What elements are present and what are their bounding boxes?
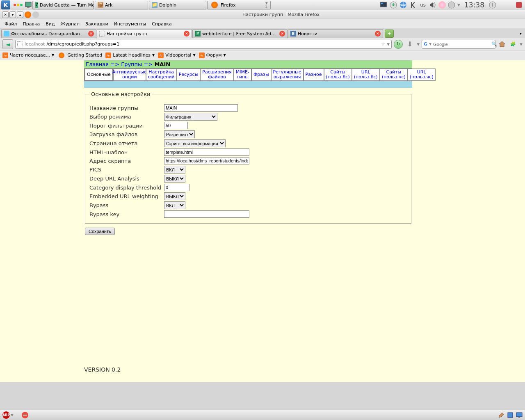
menu-bookmarks[interactable]: Закладки [83,21,111,27]
page-tabs: Основные Антивирусные опции Настройка со… [84,68,412,81]
input-group-name[interactable] [164,104,238,112]
taskbar-app[interactable]: Firefox▼2 [207,1,271,9]
page-tab[interactable]: Фразы [251,68,271,81]
save-button[interactable]: Сохранить [85,228,115,235]
menu-file[interactable]: Файл [2,21,19,27]
expand-tray[interactable]: ▼ [457,3,460,7]
select-deepurl[interactable]: ВЫКЛ [164,175,185,183]
minimize-window-button[interactable]: ▾ [9,11,16,18]
select-download[interactable]: Разрешить [164,130,195,138]
google-icon[interactable]: G [424,41,427,47]
info-icon[interactable]: i [488,1,497,9]
addon-icon[interactable]: 🧩 [509,40,518,49]
volume-icon[interactable] [429,1,437,9]
reload-button[interactable]: ↻ [394,40,403,49]
svg-rect-3 [381,3,383,4]
menu-help[interactable]: Справка [149,21,174,27]
bookmark-label: Getting Started [67,52,102,58]
monitor-icon[interactable] [516,412,523,418]
page-tab[interactable]: Сайты (польз.бс) [324,68,352,81]
taskbar-app[interactable]: 📁Dolphin [149,1,206,9]
bookmark-item[interactable]: ∿Часто посещае...▼ [2,52,54,58]
url-bar[interactable]: localhost/dms/cgroup/edit.php?groups=1 ☆… [15,40,392,49]
bookmark-item[interactable]: ∿Latest Headlines▼ [105,52,155,58]
back-button[interactable]: ◄ [2,39,13,49]
notification-icon[interactable] [515,1,523,9]
abp-dropdown[interactable]: ▼ [11,413,14,417]
clipboard-icon[interactable] [409,1,417,9]
page-tab[interactable]: URL (польз.чс) [408,68,436,81]
tab-close-button[interactable]: ✕ [279,31,285,37]
activity-indicator[interactable] [14,4,23,6]
select-bypass[interactable]: ВКЛ [164,201,185,209]
weather-icon[interactable] [438,1,446,9]
page-viewport[interactable]: Главная => Группы => MAIN Основные Антив… [0,60,525,382]
breadcrumb-groups[interactable]: Группы [121,61,142,67]
page-tab[interactable]: Сайты (польз.чс) [380,68,408,81]
menu-view[interactable]: Вид [43,21,57,27]
input-script[interactable] [164,157,249,164]
input-bypasskey[interactable] [164,210,249,218]
select-embedded[interactable]: ВЫКЛ [164,192,185,200]
menu-history[interactable]: Журнал [58,21,82,27]
site-identity-icon[interactable] [17,41,23,47]
page-tab-main[interactable]: Основные [84,68,113,81]
close-window-button[interactable]: ✕ [2,11,9,18]
page-tab[interactable]: URL (польз.бс) [352,68,380,81]
tab-close-button[interactable]: ✕ [375,31,381,37]
input-threshold[interactable] [164,122,188,129]
search-bar[interactable]: G ▼ 🔍 [422,40,495,49]
noscript-icon[interactable] [22,412,28,418]
taskbar-app[interactable]: ♪David Guetta — Turn Me O [32,1,94,9]
bookmark-star-icon[interactable]: ☆ [381,41,385,47]
maximize-window-button[interactable]: ▴ [17,11,23,18]
bookmark-item[interactable]: ∿Videoportal▼ [158,52,195,58]
menu-edit[interactable]: Правка [20,21,42,27]
browser-tab-active[interactable]: Настройки групп✕ [97,29,192,38]
taskbar-app[interactable]: 📦Ark [95,1,148,9]
select-mode[interactable]: Фильтрация [164,113,217,121]
binoculars-icon[interactable]: 🔍 [491,41,497,47]
adblock-icon[interactable]: ABP [2,411,10,419]
select-pics[interactable]: ВКЛ [164,166,185,173]
updates-icon[interactable] [389,1,397,9]
clock[interactable]: 13:38 [462,1,487,9]
browser-tab[interactable]: sfwebinterface | Free System Administr..… [192,29,288,38]
rss-icon: ∿ [158,52,164,58]
page-tab[interactable]: Ресурсы [177,68,201,81]
page-tab[interactable]: MIME-типы [234,68,251,81]
label-threshold: Порог фильтрации [89,123,164,129]
bookmark-item[interactable]: ∿Форум▼ [199,52,226,58]
input-template[interactable] [164,148,249,156]
page-tab[interactable]: Регулярные выражения [271,68,304,81]
page-tab[interactable]: Разное [304,68,324,81]
keyboard-layout[interactable]: us [419,1,427,9]
tabs-dropdown[interactable]: ▾ [518,31,524,36]
home-button[interactable] [498,40,507,49]
page-tab[interactable]: Расширения файлов [200,68,233,81]
tab-label: Настройки групп [107,31,182,37]
monitor-icon[interactable] [379,1,388,9]
tab-close-button[interactable]: ✕ [88,31,94,37]
browser-tab[interactable]: Фотоальбомы - Dansguardian✕ [1,29,96,38]
page-tab[interactable]: Антивирусные опции [113,68,146,81]
bookmark-item[interactable]: Getting Started [57,52,102,58]
new-tab-button[interactable]: + [385,30,394,38]
edit-icon[interactable] [498,412,504,418]
menu-tools[interactable]: Инструменты [112,21,149,27]
breadcrumb-home[interactable]: Главная [86,61,109,67]
globe-icon[interactable] [399,1,407,9]
select-report[interactable]: Скрипт, вся информация [164,139,226,147]
input-catthresh[interactable] [164,184,189,191]
kde-menu-button[interactable]: K [1,0,10,9]
page-tab[interactable]: Настройка сообщений [146,68,177,81]
download-dropdown[interactable]: ▼ [417,42,420,46]
download-icon[interactable]: ⬇ [405,39,415,49]
browser-tab[interactable]: BНовости✕ [288,29,383,38]
klipper-icon[interactable] [447,1,456,9]
desktop-icon[interactable] [25,1,32,9]
search-input[interactable] [433,42,490,47]
config-icon[interactable] [507,412,514,418]
url-dropdown[interactable]: ▼ [387,42,390,46]
tab-close-button[interactable]: ✕ [184,31,189,37]
